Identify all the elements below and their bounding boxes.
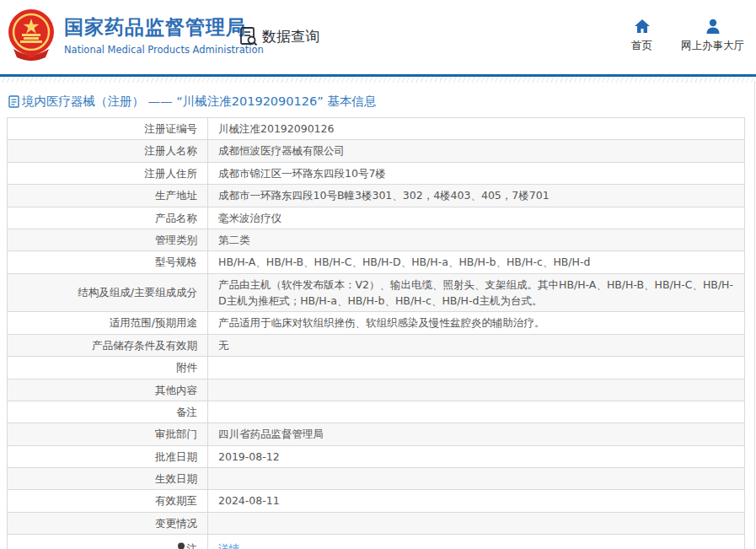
row-value	[208, 401, 745, 423]
info-table-body: 注册证编号川械注准20192090126注册人名称成都恒波医疗器械有限公司注册人…	[8, 118, 745, 549]
row-value: 成都市一环路东四段10号B幢3楼301、302，4楼403、405，7楼701	[208, 185, 745, 207]
table-row: 适用范围/预期用途产品适用于临床对软组织挫伤、软组织感染及慢性盆腔炎的辅助治疗。	[8, 312, 745, 334]
row-value: 川械注准20192090126	[208, 118, 745, 140]
row-value: 产品适用于临床对软组织挫伤、软组织感染及慢性盆腔炎的辅助治疗。	[208, 312, 745, 334]
table-row: 生效日期	[8, 468, 745, 490]
detail-link[interactable]: 详情	[218, 542, 239, 549]
document-search-icon	[239, 26, 259, 46]
row-label: 其他内容	[8, 379, 208, 401]
row-label: 附件	[8, 357, 208, 379]
nmpa-emblem-logo	[7, 8, 56, 61]
row-label: 管理类别	[8, 229, 208, 250]
header: 国家药品监督管理局 National Medical Products Admi…	[0, 0, 756, 74]
row-label: 结构及组成/主要组成成分	[8, 273, 208, 312]
row-value: 第二类	[208, 229, 745, 250]
row-value: 四川省药品监督管理局	[208, 423, 745, 445]
scrollbar-track-edge	[754, 81, 755, 549]
table-row: 附件	[8, 357, 745, 379]
home-icon	[634, 19, 651, 34]
row-label: 注册人名称	[8, 140, 208, 162]
org-name-zh: 国家药品监督管理局	[64, 14, 264, 40]
table-row: 注详情	[8, 535, 745, 549]
row-value: 无	[208, 334, 745, 356]
data-query-nav[interactable]: 数据查询	[239, 26, 319, 46]
brand-text: 国家药品监督管理局 National Medical Products Admi…	[64, 14, 264, 56]
row-label: 批准日期	[8, 445, 208, 467]
document-icon	[8, 95, 19, 108]
row-label: 生效日期	[8, 468, 208, 490]
row-value: 详情	[208, 535, 745, 549]
table-row: 批准日期2019-08-12	[8, 445, 745, 467]
row-label: 注册证编号	[8, 118, 208, 140]
table-row: 产品名称毫米波治疗仪	[8, 207, 745, 229]
row-value: 成都市锦江区一环路东四段10号7楼	[208, 162, 745, 184]
top-nav: 首页 网上办事大厅	[631, 19, 744, 53]
registration-info-table: 注册证编号川械注准20192090126注册人名称成都恒波医疗器械有限公司注册人…	[7, 117, 745, 549]
row-label: 注	[8, 535, 208, 549]
nav-home-label: 首页	[631, 39, 652, 53]
table-row: 备注	[8, 401, 745, 423]
user-icon	[705, 19, 721, 34]
table-row: 注册人名称成都恒波医疗器械有限公司	[8, 140, 745, 162]
row-label: 审批部门	[8, 423, 208, 445]
table-row: 注册人住所成都市锦江区一环路东四段10号7楼	[8, 162, 745, 184]
table-row: 变更情况	[8, 512, 745, 534]
table-row: 产品储存条件及有效期无	[8, 334, 745, 356]
nav-service-hall-label: 网上办事大厅	[681, 39, 744, 53]
row-value	[208, 468, 745, 490]
brand-block: 国家药品监督管理局 National Medical Products Admi…	[7, 8, 264, 61]
row-label: 适用范围/预期用途	[8, 312, 208, 334]
row-label: 变更情况	[8, 512, 208, 534]
row-value: HB/H-A、HB/H-B、HB/H-C、HB/H-D、HB/H-a、HB/H-…	[208, 251, 745, 273]
page-title-text: 境内医疗器械（注册） —— “川械注准20192090126” 基本信息	[22, 94, 376, 110]
row-value: 毫米波治疗仪	[208, 207, 745, 229]
row-label: 有效期至	[8, 490, 208, 512]
row-value: 2024-08-11	[208, 490, 745, 512]
nav-service-hall[interactable]: 网上办事大厅	[681, 19, 744, 53]
table-row: 注册证编号川械注准20192090126	[8, 118, 745, 140]
row-label: 生产地址	[8, 185, 208, 207]
table-row: 其他内容	[8, 379, 745, 401]
table-row: 有效期至2024-08-11	[8, 490, 745, 512]
table-row: 生产地址成都市一环路东四段10号B幢3楼301、302，4楼403、405，7楼…	[8, 185, 745, 207]
row-value: 产品由主机（软件发布版本：V2）、输出电缆、照射头、支架组成。其中HB/H-A、…	[208, 273, 745, 312]
table-row: 管理类别第二类	[8, 229, 745, 250]
org-name-en: National Medical Products Administration	[64, 44, 264, 56]
row-label: 产品名称	[8, 207, 208, 229]
table-row: 型号规格HB/H-A、HB/H-B、HB/H-C、HB/H-D、HB/H-a、H…	[8, 251, 745, 273]
table-row: 结构及组成/主要组成成分产品由主机（软件发布版本：V2）、输出电缆、照射头、支架…	[8, 273, 745, 312]
row-label: 备注	[8, 401, 208, 423]
page-title: 境内医疗器械（注册） —— “川械注准20192090126” 基本信息	[8, 94, 749, 110]
row-label: 型号规格	[8, 251, 208, 273]
row-value: 2019-08-12	[208, 445, 745, 467]
row-value	[208, 379, 745, 401]
row-label: 产品储存条件及有效期	[8, 334, 208, 356]
row-value: 成都恒波医疗器械有限公司	[208, 140, 745, 162]
pin-icon	[177, 541, 185, 549]
row-value	[208, 512, 745, 534]
row-label: 注册人住所	[8, 162, 208, 184]
hatch-stripe-band	[0, 77, 756, 83]
nav-home[interactable]: 首页	[631, 19, 652, 53]
table-row: 审批部门四川省药品监督管理局	[8, 423, 745, 445]
data-query-label: 数据查询	[262, 27, 319, 46]
row-value	[208, 357, 745, 379]
